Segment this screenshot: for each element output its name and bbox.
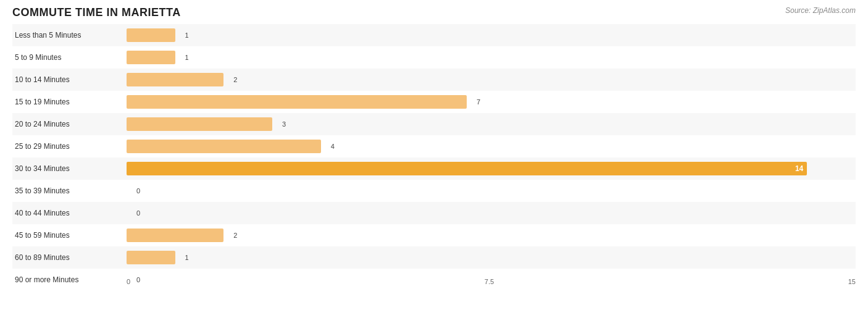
bar-fill: 14	[127, 162, 807, 175]
bar-track: 7	[127, 95, 856, 109]
bar-value: 1	[185, 254, 189, 261]
bar-value: 3	[282, 120, 286, 128]
bar-row: 30 to 34 Minutes14	[12, 157, 856, 180]
bar-value: 1	[185, 31, 189, 39]
bar-row: 5 to 9 Minutes1	[12, 46, 856, 69]
bar-label: 40 to 44 Minutes	[12, 209, 127, 217]
bar-track: 14	[127, 162, 856, 175]
bar-track: 3	[127, 117, 856, 131]
x-axis-label: 0	[127, 278, 130, 285]
chart-title: COMMUTE TIME IN MARIETTA	[12, 6, 181, 19]
bar-label: 45 to 59 Minutes	[12, 231, 127, 240]
bar-fill: 1	[127, 28, 175, 42]
bar-fill: 1	[127, 51, 175, 64]
bar-fill: 2	[127, 73, 223, 86]
bar-label: 20 to 24 Minutes	[12, 120, 127, 128]
bar-row: 40 to 44 Minutes0	[12, 202, 856, 224]
bar-value: 14	[795, 164, 803, 173]
bar-value: 2	[233, 232, 237, 239]
bar-row: 15 to 19 Minutes7	[12, 91, 856, 113]
bar-fill: 2	[127, 229, 223, 242]
bar-value: 7	[477, 98, 480, 106]
bar-track: 0	[127, 206, 856, 220]
bar-row: Less than 5 Minutes1	[12, 24, 856, 46]
bar-row: 60 to 89 Minutes1	[12, 246, 856, 269]
bar-row: 45 to 59 Minutes2	[12, 224, 856, 246]
bar-label: 10 to 14 Minutes	[12, 75, 127, 84]
bar-label: Less than 5 Minutes	[12, 31, 127, 40]
bar-track: 0	[127, 184, 856, 198]
bar-value: 0	[136, 209, 140, 217]
chart-header: COMMUTE TIME IN MARIETTA Source: ZipAtla…	[12, 6, 856, 19]
x-axis-label: 15	[848, 278, 856, 285]
bar-fill: 3	[127, 117, 272, 131]
bar-track: 1	[127, 28, 856, 42]
chart-container: COMMUTE TIME IN MARIETTA Source: ZipAtla…	[0, 0, 868, 323]
chart-body: Less than 5 Minutes15 to 9 Minutes110 to…	[12, 24, 856, 285]
bar-row: 20 to 24 Minutes3	[12, 113, 856, 135]
bar-track: 2	[127, 229, 856, 242]
bar-track: 2	[127, 73, 856, 86]
bar-track: 1	[127, 51, 856, 64]
bar-fill: 7	[127, 95, 467, 109]
bar-label: 25 to 29 Minutes	[12, 142, 127, 151]
bar-row: 10 to 14 Minutes2	[12, 69, 856, 91]
bar-label: 5 to 9 Minutes	[12, 53, 127, 62]
bar-row: 35 to 39 Minutes0	[12, 180, 856, 202]
x-axis: 07.515	[127, 270, 856, 285]
bar-label: 60 to 89 Minutes	[12, 253, 127, 262]
bar-fill: 4	[127, 140, 321, 153]
bar-fill: 1	[127, 251, 175, 264]
bar-track: 1	[127, 251, 856, 264]
bar-value: 1	[185, 54, 189, 61]
bar-track: 4	[127, 140, 856, 153]
bar-label: 90 or more Minutes	[12, 275, 127, 284]
bar-value: 2	[233, 76, 237, 83]
x-axis-label: 7.5	[485, 278, 494, 285]
chart-source: Source: ZipAtlas.com	[785, 6, 856, 15]
rows-area: Less than 5 Minutes15 to 9 Minutes110 to…	[12, 24, 856, 270]
bar-value: 4	[331, 143, 335, 150]
bar-label: 15 to 19 Minutes	[12, 98, 127, 106]
bar-row: 25 to 29 Minutes4	[12, 135, 856, 157]
bar-label: 35 to 39 Minutes	[12, 187, 127, 195]
bar-value: 0	[136, 187, 140, 195]
bar-label: 30 to 34 Minutes	[12, 164, 127, 173]
